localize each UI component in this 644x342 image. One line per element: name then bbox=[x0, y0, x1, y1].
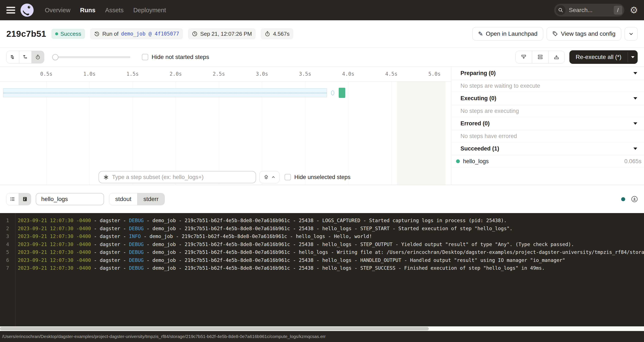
section-caret-icon bbox=[634, 72, 637, 74]
view-tags-button[interactable]: View tags and config bbox=[546, 27, 621, 40]
step-name: hello_logs bbox=[463, 158, 489, 165]
search-input[interactable]: Search... / bbox=[554, 4, 624, 16]
pencil-icon: ✎ bbox=[478, 30, 483, 38]
hide-unselected-label: Hide unselected steps bbox=[294, 174, 350, 180]
hide-unselected-checkbox-row[interactable]: Hide unselected steps bbox=[284, 174, 350, 180]
log-ts msg-start: 2023-09-21 12:07:30 -0400 bbox=[15, 226, 91, 231]
hide-not-started-checkbox[interactable] bbox=[142, 54, 148, 60]
run-header: 219c7b51 Success Run of demo_job @ 4f105… bbox=[0, 20, 644, 48]
log-ts msg-start: 2023-09-21 12:07:30 -0400 bbox=[15, 258, 91, 263]
split-panels-button[interactable] bbox=[532, 51, 548, 63]
log-lvl: DEBUG bbox=[129, 258, 144, 263]
log-src: - dagster - bbox=[91, 250, 129, 255]
log-num: 5 bbox=[0, 248, 15, 256]
log-ts msg-start: 2023-09-21 12:07:30 -0400 bbox=[15, 265, 91, 271]
hide-unselected-checkbox[interactable] bbox=[284, 174, 291, 180]
panel-section-header[interactable]: Preparing (0) bbox=[452, 67, 644, 80]
nav-item-deployment[interactable]: Deployment bbox=[133, 7, 166, 14]
panel-section-header[interactable]: Succeeded (1) bbox=[452, 142, 644, 155]
gantt-view-mode-group bbox=[6, 51, 44, 64]
open-launchpad-button[interactable]: ✎ Open in Launchpad bbox=[472, 27, 543, 40]
horizontal-scrollbar[interactable] bbox=[0, 326, 644, 331]
panel-section-header[interactable]: Executing (0) bbox=[452, 92, 644, 105]
log-lvl: INFO bbox=[129, 234, 140, 239]
history-icon bbox=[94, 31, 100, 37]
panel-section-header[interactable]: Errored (0) bbox=[452, 117, 644, 130]
gantt-plot bbox=[0, 82, 451, 185]
scrollbar-thumb[interactable] bbox=[0, 327, 429, 330]
raw-log-view-button[interactable] bbox=[18, 193, 31, 205]
reexecute-all-button[interactable]: Re-execute all (*) bbox=[569, 50, 638, 64]
step-success-dot-icon bbox=[456, 159, 460, 163]
step-row-hello_logs[interactable]: hello_logs0.065s bbox=[452, 155, 644, 168]
tab-stdout[interactable]: stdout bbox=[109, 193, 137, 205]
start-time-tag: Sep 21, 12:07:26 PM bbox=[188, 28, 256, 39]
tab-stderr[interactable]: stderr bbox=[137, 193, 164, 205]
log-msg: - demo_job - 219c7b51-b62f-4e5b-8de8-0e7… bbox=[144, 218, 506, 223]
run-of-tag: Run of demo_job @ 4f105077 bbox=[90, 28, 183, 39]
log-lines: 12023-09-21 12:07:30 -0400 - dagster - D… bbox=[0, 213, 644, 272]
chevron-up-icon bbox=[271, 175, 276, 180]
download-logs-icon[interactable] bbox=[631, 196, 638, 202]
nav-item-assets[interactable]: Assets bbox=[105, 7, 124, 14]
raw-log-console[interactable]: 12023-09-21 12:07:30 -0400 - dagster - D… bbox=[0, 213, 644, 326]
top-nav: OverviewRunsAssetsDeployment Search... /… bbox=[0, 0, 644, 20]
reexecute-dropdown-button[interactable] bbox=[628, 50, 638, 64]
log-msg: - demo_job - 219c7b51-b62f-4e5b-8de8-0e7… bbox=[144, 226, 512, 231]
step-subset-input[interactable]: Type a step subset (ex: hello_logs+) bbox=[98, 171, 256, 183]
op-selector-icon bbox=[103, 174, 109, 180]
flat-view-button[interactable] bbox=[6, 51, 19, 63]
log-src: - dagster - bbox=[91, 234, 129, 239]
timed-view-button[interactable] bbox=[32, 51, 44, 63]
log-num: 7 bbox=[0, 264, 15, 272]
nav-item-overview[interactable]: Overview bbox=[45, 7, 70, 14]
log-filter-input[interactable]: hello_logs bbox=[36, 193, 104, 205]
log-msg: - demo_job - 219c7b51-b62f-4e5b-8de8-0e7… bbox=[144, 250, 644, 255]
hide-not-started-label: Hide not started steps bbox=[152, 54, 209, 60]
log-num: 4 bbox=[0, 240, 15, 248]
panel-section-title: Preparing (0) bbox=[460, 70, 496, 76]
settings-gear-icon[interactable]: ⚙ bbox=[630, 6, 638, 15]
status-bar: /Users/erincochran/Desktop/dagster-examp… bbox=[0, 331, 644, 342]
axis-tick-label: 3.0s bbox=[254, 71, 270, 77]
log-num: 1 bbox=[0, 217, 15, 225]
log-num: 2 bbox=[0, 225, 15, 233]
log-ts msg-start: 2023-09-21 12:07:30 -0400 bbox=[15, 250, 91, 255]
panel-section-title: Executing (0) bbox=[460, 95, 496, 102]
gantt-time-axis: 0.5s1.0s1.5s2.0s2.5s3.0s3.5s4.0s4.5s5.0s bbox=[0, 67, 451, 82]
search-shortcut-badge: / bbox=[614, 6, 622, 14]
axis-tick-label: 1.5s bbox=[124, 71, 141, 77]
structured-log-view-button[interactable] bbox=[6, 193, 18, 205]
dagster-logo-icon[interactable] bbox=[20, 4, 34, 17]
status-badge: Success bbox=[52, 29, 85, 39]
nav-item-runs[interactable]: Runs bbox=[80, 7, 96, 14]
menu-icon[interactable] bbox=[6, 6, 16, 14]
panel-empty-message: No steps are executing bbox=[452, 105, 644, 117]
clock-icon bbox=[192, 31, 198, 37]
gantt-chart: 0.5s1.0s1.5s2.0s2.5s3.0s3.5s4.0s4.5s5.0s… bbox=[0, 67, 451, 185]
log-view-mode-group bbox=[6, 193, 31, 205]
log-ts msg-start: 2023-09-21 12:07:30 -0400 bbox=[15, 234, 91, 239]
log-src: - dagster - bbox=[91, 242, 129, 247]
axis-tick-label: 4.5s bbox=[383, 71, 400, 77]
slider-handle[interactable] bbox=[52, 54, 58, 60]
axis-tick-label: 1.0s bbox=[81, 71, 98, 77]
waterfall-view-button[interactable] bbox=[19, 51, 32, 63]
stdout-stderr-tabs: stdoutstderr bbox=[109, 193, 165, 205]
expand-top-panel-button[interactable] bbox=[548, 51, 564, 63]
more-actions-button[interactable] bbox=[624, 27, 638, 40]
run-of-prefix: Run of bbox=[102, 31, 118, 37]
collapse-bottom-panel-button[interactable] bbox=[516, 51, 532, 63]
gantt-toolbar: Hide not started steps Re-execute all (*… bbox=[0, 48, 644, 66]
gantt-toolbar-right: Re-execute all (*) bbox=[516, 50, 638, 64]
status-label: Success bbox=[60, 31, 81, 37]
log-filter-value: hello_logs bbox=[41, 196, 68, 202]
apply-selection-button[interactable] bbox=[260, 171, 280, 183]
status-dot-icon bbox=[55, 32, 58, 35]
job-commit-link[interactable]: demo_job @ 4f105077 bbox=[121, 31, 179, 37]
log-src: - dagster - bbox=[91, 258, 129, 263]
hide-not-started-checkbox-row[interactable]: Hide not started steps bbox=[142, 54, 209, 60]
log-toolbar: hello_logs stdoutstderr bbox=[0, 185, 644, 213]
zoom-slider[interactable] bbox=[52, 51, 130, 64]
step-bar-hello-logs[interactable] bbox=[339, 88, 345, 98]
